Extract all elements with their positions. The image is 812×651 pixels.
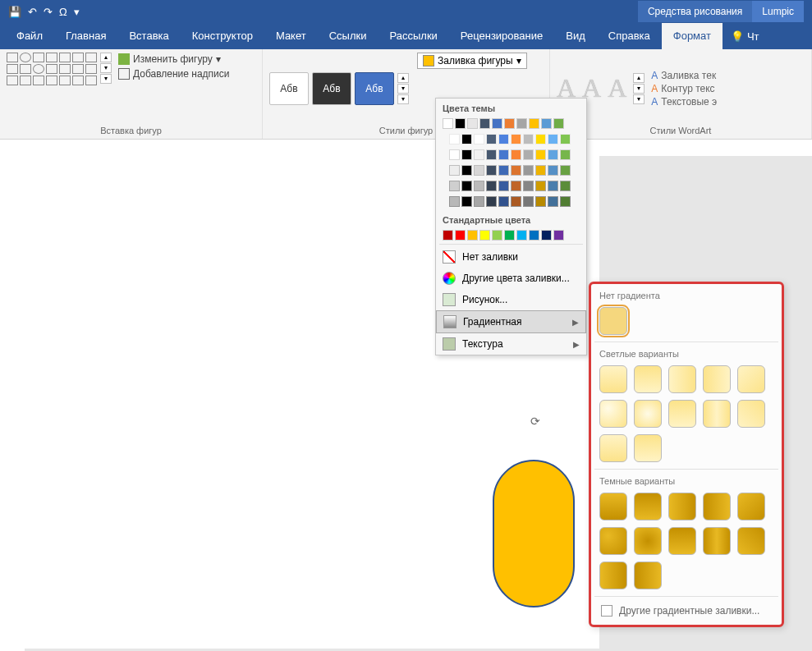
color-swatch[interactable] — [486, 149, 497, 160]
gradient-swatch[interactable] — [703, 527, 731, 555]
save-icon[interactable]: 💾 — [8, 6, 21, 18]
style-preset-1[interactable]: Абв — [269, 72, 309, 105]
expand-icon[interactable]: ▾ — [100, 74, 112, 84]
tab-review[interactable]: Рецензирование — [449, 23, 554, 49]
shapes-gallery[interactable] — [7, 53, 97, 124]
color-swatch[interactable] — [449, 196, 460, 207]
color-swatch[interactable] — [455, 230, 466, 241]
color-swatch[interactable] — [474, 165, 484, 176]
color-swatch[interactable] — [548, 196, 558, 207]
color-swatch[interactable] — [548, 181, 558, 191]
color-swatch[interactable] — [553, 118, 564, 129]
color-swatch[interactable] — [504, 118, 515, 129]
gradient-swatch[interactable] — [737, 493, 765, 520]
gradient-swatch[interactable] — [634, 400, 662, 428]
color-swatch[interactable] — [467, 118, 478, 129]
omega-icon[interactable]: Ω — [59, 6, 67, 18]
tab-file[interactable]: Файл — [5, 23, 54, 49]
expand-icon[interactable]: ▾ — [397, 94, 409, 104]
color-swatch[interactable] — [535, 196, 546, 207]
color-swatch[interactable] — [541, 118, 552, 129]
color-swatch[interactable] — [535, 134, 546, 144]
picture-fill-item[interactable]: Рисунок... — [436, 289, 586, 310]
color-swatch[interactable] — [511, 181, 521, 191]
color-swatch[interactable] — [486, 181, 497, 191]
scroll-up-icon[interactable]: ▴ — [397, 73, 409, 83]
no-fill-item[interactable]: Нет заливки — [436, 246, 586, 268]
color-swatch[interactable] — [560, 134, 571, 144]
gradient-swatch[interactable] — [634, 562, 662, 589]
color-swatch[interactable] — [455, 118, 466, 129]
undo-icon[interactable]: ↶ — [28, 6, 37, 18]
gradient-swatch[interactable] — [668, 527, 696, 555]
gradient-swatch[interactable] — [703, 493, 731, 520]
text-effects-button[interactable]: AТекстовые э — [651, 96, 717, 108]
color-swatch[interactable] — [560, 149, 571, 160]
color-swatch[interactable] — [461, 196, 472, 207]
tab-layout[interactable]: Макет — [264, 23, 318, 49]
color-swatch[interactable] — [560, 196, 571, 207]
color-swatch[interactable] — [548, 165, 558, 176]
tab-mailings[interactable]: Рассылки — [378, 23, 448, 49]
color-swatch[interactable] — [474, 196, 484, 207]
gradient-swatch[interactable] — [599, 400, 627, 428]
color-swatch[interactable] — [461, 149, 472, 160]
gradient-swatch[interactable] — [634, 365, 662, 393]
color-swatch[interactable] — [548, 149, 558, 160]
color-swatch[interactable] — [479, 118, 490, 129]
color-swatch[interactable] — [548, 134, 558, 144]
color-swatch[interactable] — [511, 149, 521, 160]
color-swatch[interactable] — [523, 149, 534, 160]
redo-icon[interactable]: ↷ — [44, 6, 53, 18]
color-swatch[interactable] — [449, 149, 460, 160]
color-swatch[interactable] — [498, 134, 509, 144]
gradient-swatch[interactable] — [703, 365, 731, 393]
tab-help[interactable]: Справка — [597, 23, 662, 49]
color-swatch[interactable] — [492, 118, 502, 129]
color-swatch[interactable] — [449, 181, 460, 191]
gradient-swatch[interactable] — [737, 527, 765, 555]
style-preset-3[interactable]: Абв — [355, 72, 394, 105]
color-swatch[interactable] — [486, 134, 497, 144]
color-swatch[interactable] — [449, 165, 460, 176]
text-outline-button[interactable]: AКонтур текс — [651, 83, 717, 94]
gradient-swatch[interactable] — [668, 493, 696, 520]
color-swatch[interactable] — [443, 118, 453, 129]
tab-references[interactable]: Ссылки — [318, 23, 378, 49]
qat-more-icon[interactable]: ▾ — [74, 6, 80, 18]
color-swatch[interactable] — [498, 165, 509, 176]
color-swatch[interactable] — [474, 134, 484, 144]
scroll-down-icon[interactable]: ▾ — [397, 84, 409, 94]
no-gradient-swatch[interactable] — [599, 307, 627, 335]
tab-home[interactable]: Главная — [54, 23, 117, 49]
selected-shape[interactable] — [493, 460, 575, 607]
style-preset-2[interactable]: Абв — [312, 72, 351, 105]
color-swatch[interactable] — [498, 149, 509, 160]
color-swatch[interactable] — [443, 230, 453, 241]
color-swatch[interactable] — [535, 165, 546, 176]
color-swatch[interactable] — [511, 165, 521, 176]
gradient-fill-item[interactable]: Градиентная▶ — [436, 310, 586, 333]
gradient-swatch[interactable] — [634, 434, 662, 462]
tell-me[interactable]: 💡 Чт — [723, 23, 768, 49]
edit-shape-button[interactable]: Изменить фигуру▾ — [115, 53, 233, 66]
color-swatch[interactable] — [541, 230, 552, 241]
color-swatch[interactable] — [553, 230, 564, 241]
color-swatch[interactable] — [516, 118, 527, 129]
shape-fill-dropdown[interactable]: Заливка фигуры ▾ — [417, 53, 527, 69]
color-swatch[interactable] — [523, 165, 534, 176]
color-swatch[interactable] — [523, 134, 534, 144]
color-swatch[interactable] — [504, 230, 515, 241]
color-swatch[interactable] — [511, 134, 521, 144]
gradient-swatch[interactable] — [737, 400, 765, 428]
scroll-up-icon[interactable]: ▴ — [100, 53, 112, 62]
gradient-swatch[interactable] — [737, 365, 765, 393]
wordart-preset-3[interactable]: A — [608, 73, 626, 103]
color-swatch[interactable] — [486, 196, 497, 207]
gradient-swatch[interactable] — [634, 493, 662, 520]
color-swatch[interactable] — [474, 149, 484, 160]
color-swatch[interactable] — [523, 196, 534, 207]
scroll-down-icon[interactable]: ▾ — [633, 84, 645, 94]
color-swatch[interactable] — [461, 165, 472, 176]
text-box-button[interactable]: Добавление надписи — [115, 67, 233, 80]
